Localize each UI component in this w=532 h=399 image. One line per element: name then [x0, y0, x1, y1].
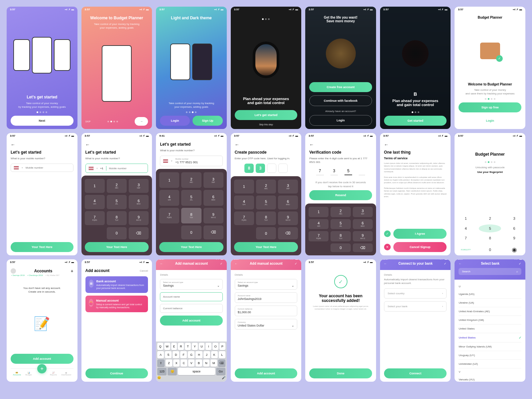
get-started-button[interactable]: Let's get started — [235, 110, 298, 120]
key-5[interactable]: 5JKL — [107, 195, 127, 209]
key-e[interactable]: E — [171, 343, 177, 350]
key-x[interactable]: X — [173, 359, 180, 367]
123-key[interactable]: 123 — [157, 368, 167, 375]
key-a[interactable]: A — [157, 351, 164, 358]
key-0[interactable]: 0 — [256, 227, 276, 239]
key-3[interactable]: 3DEF — [203, 172, 223, 188]
key-5[interactable]: 5JKL — [256, 196, 276, 209]
balance-field[interactable]: Current ballance $1,000.00 — [235, 306, 298, 316]
back-button[interactable]: ← — [309, 142, 372, 147]
name-input[interactable] — [160, 292, 223, 301]
key-0[interactable]: 0 — [107, 227, 127, 239]
digit-2[interactable]: 3 — [331, 167, 338, 175]
cancel-button[interactable]: Cancel Signup — [393, 242, 447, 252]
key-t[interactable]: T — [185, 343, 191, 350]
key-3[interactable]: 3 — [503, 214, 525, 222]
list-item[interactable]: Uzbekistan (UZ) — [459, 360, 521, 368]
key-2[interactable]: 2ABC — [256, 180, 276, 194]
mobile-input[interactable] — [109, 167, 145, 170]
shift-key[interactable]: ⇧ — [157, 359, 165, 367]
key-9[interactable]: 9WXYZ — [278, 211, 298, 225]
add-button[interactable]: Add account — [160, 316, 223, 326]
key-7[interactable]: 7PQRS — [234, 211, 254, 225]
key-6[interactable]: 6MNO — [353, 219, 373, 229]
key-j[interactable]: J — [203, 351, 210, 358]
cancel-link[interactable]: Cancel — [140, 269, 148, 272]
key-1[interactable]: 1 — [455, 214, 477, 222]
back-button[interactable]: ← — [384, 142, 447, 147]
key-backspace[interactable]: ⌫ — [278, 227, 298, 239]
login-button[interactable]: Login — [459, 116, 521, 126]
done-button[interactable]: Done — [309, 368, 372, 378]
list-item[interactable]: Uganda (UG) — [459, 290, 521, 299]
continue-button[interactable]: Continue — [85, 368, 148, 378]
back-button[interactable]: ← — [235, 262, 238, 265]
list-item-selected[interactable]: United States✓ — [459, 333, 521, 342]
go-key[interactable]: Go — [216, 368, 225, 375]
chip-wallet[interactable]: • My Wallet 007 — [45, 274, 60, 277]
confirm-icon[interactable]: ✓ — [444, 262, 447, 265]
tab-budget[interactable]: 📊Budget — [26, 371, 32, 376]
chip-savings[interactable]: • Savings 2019 — [11, 274, 25, 277]
signup-button[interactable]: Sign up free — [459, 102, 521, 112]
key-o[interactable]: O — [212, 343, 218, 350]
key-5[interactable]: 5JKL — [181, 190, 201, 205]
key-6[interactable]: 6 — [503, 224, 525, 232]
key-7[interactable]: 7 — [455, 234, 477, 242]
forgot-link[interactable]: FORGOT? — [455, 244, 477, 255]
submit-button[interactable]: Your Text Here — [159, 242, 223, 252]
key-2[interactable]: 2ABC — [331, 207, 350, 217]
fingerprint-icon[interactable]: ◉ — [503, 244, 525, 255]
key-6[interactable]: 6MNO — [203, 190, 223, 205]
back-button[interactable]: ← — [459, 262, 462, 265]
confirm-icon[interactable]: ✓ — [519, 262, 521, 265]
manual-option[interactable]: 👛 Manual accountSetup a current balance … — [85, 296, 148, 312]
key-8[interactable]: 8TUV — [331, 231, 350, 241]
key-3[interactable]: 3DEF — [129, 179, 149, 193]
list-item[interactable]: Vanuatu (VU) — [459, 375, 521, 382]
backspace-key[interactable]: ⌫ — [218, 359, 225, 367]
avatar[interactable] — [11, 268, 16, 274]
list-item[interactable]: United Arab Emirates (AE) — [459, 307, 521, 316]
key-s[interactable]: S — [165, 351, 172, 358]
create-account-button[interactable]: Create free account — [309, 82, 372, 92]
list-item[interactable]: Uruguay (UY) — [459, 351, 521, 360]
key-p[interactable]: P — [219, 343, 225, 350]
key-9[interactable]: 9 — [503, 234, 525, 242]
key-5[interactable]: 5JKL — [331, 219, 350, 229]
confirm-icon[interactable]: ✓ — [220, 262, 223, 265]
type-select[interactable]: Select an account type Savings⌄ — [160, 279, 223, 290]
facebook-button[interactable]: Continue with facebook — [309, 95, 372, 106]
key-4[interactable]: 4GHI — [234, 196, 254, 209]
submit-button[interactable]: Your Text Here — [234, 242, 298, 252]
add-account-button[interactable]: Add account — [11, 354, 73, 364]
skip-link[interactable]: SKIP — [85, 120, 91, 123]
key-g[interactable]: G — [188, 351, 195, 358]
signup-button[interactable]: Sign Up — [193, 116, 222, 126]
list-item[interactable]: Minor Outlying Islands (UM) — [459, 342, 521, 351]
back-button[interactable]: ← — [235, 142, 298, 147]
key-4[interactable]: 4 — [455, 224, 477, 232]
key-8[interactable]: 8 — [479, 234, 501, 242]
key-k[interactable]: K — [211, 351, 218, 358]
list-item[interactable]: United Kingdom (GB) — [459, 316, 521, 325]
chip-checkings[interactable]: • Checkings 2019 — [27, 274, 44, 277]
key-7[interactable]: 7PQRS — [85, 211, 105, 225]
back-button[interactable]: ← — [85, 142, 148, 147]
mobile-input[interactable] — [26, 166, 70, 169]
key-0[interactable]: 0 — [331, 243, 350, 252]
key-i[interactable]: I — [205, 343, 211, 350]
key-u[interactable]: U — [199, 343, 205, 350]
emoji-key[interactable]: 😊 — [168, 368, 177, 375]
key-backspace[interactable]: ⌫ — [203, 225, 223, 239]
key-l[interactable]: L — [219, 351, 225, 358]
submit-button[interactable]: Your Text Here — [11, 242, 73, 252]
agree-button[interactable]: I Agree — [393, 229, 447, 239]
key-z[interactable]: Z — [166, 359, 172, 367]
key-1[interactable]: 1 — [234, 180, 254, 194]
key-4[interactable]: 4GHI — [85, 195, 105, 209]
list-item[interactable]: United States — [459, 325, 521, 333]
connect-button[interactable]: Connect — [384, 368, 447, 378]
back-button[interactable]: ← — [384, 262, 387, 265]
key-w[interactable]: W — [164, 343, 170, 350]
